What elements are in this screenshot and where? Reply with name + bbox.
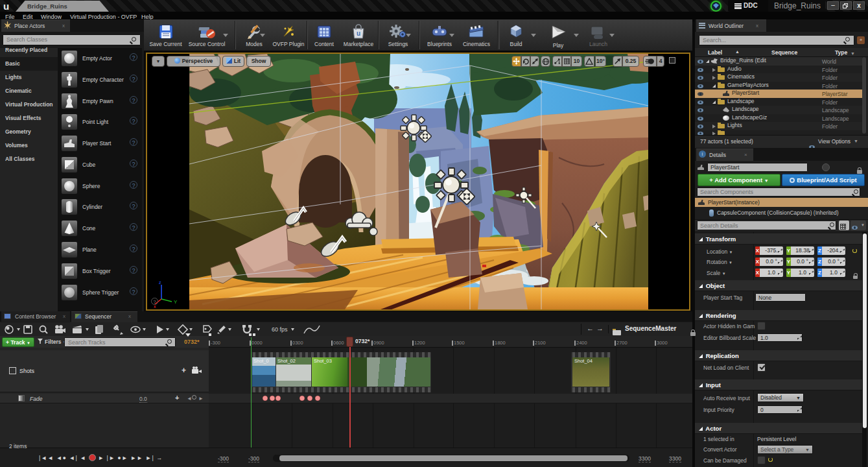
svg-text:z: z xyxy=(159,280,161,285)
svg-text:60 fps: 60 fps xyxy=(272,326,288,333)
svg-text:Y: Y xyxy=(174,299,178,305)
svg-text:u: u xyxy=(357,30,360,37)
